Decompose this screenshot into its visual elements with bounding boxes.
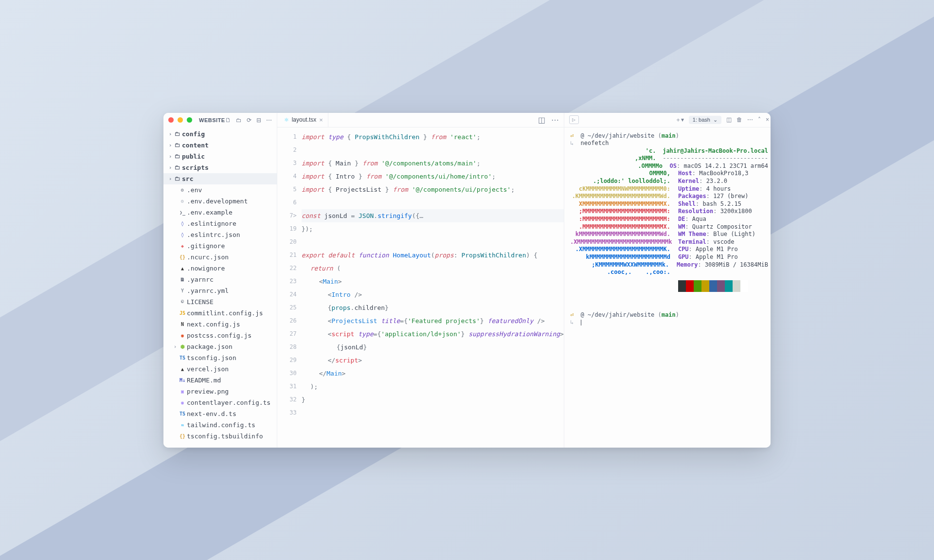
tab-layout-tsx[interactable]: ⚛ layout.tsx ×: [279, 113, 328, 127]
terminal-panel: ▷ ＋▾ 1: bash⌄ ◫ 🗑 ⋯ ˄ × ⏎ @ ~/dev/jahir/…: [564, 113, 771, 448]
code-line[interactable]: return (: [302, 262, 564, 275]
folder-content[interactable]: ›content: [163, 140, 277, 151]
code-line[interactable]: import { ProjectsList } from '@/componen…: [302, 183, 564, 196]
line-number: 26: [277, 314, 297, 327]
file-LICENSE[interactable]: ©LICENSE: [163, 296, 277, 307]
line-number: 3: [277, 157, 297, 170]
file-tree[interactable]: ›config›content›public›scripts›src⚙.env⚙…: [163, 127, 277, 448]
code-editor[interactable]: import type { PropsWithChildren } from '…: [302, 127, 564, 448]
file-icon: ▲: [178, 266, 187, 271]
cursor: [581, 320, 581, 325]
file-vercel.json[interactable]: ▲vercel.json: [163, 363, 277, 375]
terminal-more-icon[interactable]: ⋯: [747, 116, 753, 123]
code-line[interactable]: import { Intro } from '@/components/ui/h…: [302, 170, 564, 183]
file-README.md[interactable]: M↓README.md: [163, 375, 277, 386]
terminal-output[interactable]: ⏎ @ ~/dev/jahir/website (main)↳ neofetch…: [564, 127, 771, 448]
folder-src[interactable]: ›src: [163, 173, 277, 184]
kill-terminal-icon[interactable]: 🗑: [736, 116, 742, 123]
code-line[interactable]: [302, 406, 564, 419]
file-.ncurc.json[interactable]: {}.ncurc.json: [163, 252, 277, 263]
close-panel-icon[interactable]: ×: [766, 116, 769, 123]
file-label: next-env.d.ts: [187, 410, 236, 417]
tab-label: layout.tsx: [292, 116, 317, 123]
code-line[interactable]: </Main>: [302, 367, 564, 380]
line-number: 1: [277, 130, 297, 144]
file-tailwind.config.ts[interactable]: ≈tailwind.config.ts: [163, 419, 277, 431]
file-contentlayer.config.ts[interactable]: ◉contentlayer.config.ts: [163, 397, 277, 408]
code-line[interactable]: export default function HomeLayout(props…: [302, 249, 564, 262]
file-preview.png[interactable]: ▣preview.png: [163, 386, 277, 397]
line-number: 31: [277, 380, 297, 393]
code-line[interactable]: [302, 235, 564, 249]
terminal-selector[interactable]: 1: bash⌄: [689, 116, 721, 124]
file-.env[interactable]: ⚙.env: [163, 184, 277, 196]
code-line[interactable]: </script>: [302, 354, 564, 367]
file-.yarnrc[interactable]: 🗎.yarnrc: [163, 274, 277, 285]
file-tsconfig.tsbuildinfo[interactable]: {}tsconfig.tsbuildinfo: [163, 431, 277, 442]
maximize-panel-icon[interactable]: ˄: [758, 116, 761, 123]
new-file-icon[interactable]: 🗋: [225, 117, 231, 124]
file-postcss.config.js[interactable]: ◉postcss.config.js: [163, 330, 277, 341]
split-terminal-icon[interactable]: ◫: [726, 116, 732, 123]
file-.eslintrc.json[interactable]: ◊.eslintrc.json: [163, 229, 277, 240]
code-line[interactable]: <Intro />: [302, 288, 564, 301]
code-line[interactable]: );: [302, 380, 564, 393]
code-line[interactable]: [302, 196, 564, 209]
code-line[interactable]: {jsonLd}: [302, 341, 564, 354]
maximize-window-button[interactable]: [187, 117, 192, 123]
file-label: README.md: [187, 377, 221, 384]
code-line[interactable]: const jsonLd = JSON.stringify({…: [302, 209, 564, 222]
vscode-window: WEBSITE 🗋 🗀 ⟳ ⊟ ⋯ ›config›content›public…: [163, 113, 771, 448]
file-icon: {}: [178, 434, 187, 439]
file-package.json[interactable]: ›⬢package.json: [163, 341, 277, 352]
line-number: 29: [277, 354, 297, 367]
line-gutter[interactable]: 1234567>192021222324252627282930313233: [277, 127, 302, 448]
file-icon: M↓: [178, 378, 187, 383]
line-number: 27: [277, 327, 297, 341]
file-.nowignore[interactable]: ▲.nowignore: [163, 263, 277, 274]
close-window-button[interactable]: [168, 117, 174, 123]
new-folder-icon[interactable]: 🗀: [236, 117, 242, 124]
folder-label: content: [182, 142, 209, 149]
file-.gitignore[interactable]: ◈.gitignore: [163, 240, 277, 252]
close-tab-icon[interactable]: ×: [319, 116, 323, 124]
line-number: 21: [277, 249, 297, 262]
file-tsconfig.json[interactable]: TStsconfig.json: [163, 352, 277, 363]
file-icon: {}: [178, 254, 187, 260]
terminal-launch-icon[interactable]: ▷: [569, 115, 579, 124]
new-terminal-icon[interactable]: ＋▾: [675, 116, 684, 124]
code-line[interactable]: <script type={'application/ld+json'} sup…: [302, 327, 564, 341]
file-next-env.d.ts[interactable]: TSnext-env.d.ts: [163, 408, 277, 419]
code-line[interactable]: }: [302, 393, 564, 406]
line-number: 7>: [277, 209, 297, 222]
file-.env.example[interactable]: ❯_.env.example: [163, 207, 277, 218]
code-line[interactable]: });: [302, 222, 564, 235]
code-line[interactable]: {props.children}: [302, 301, 564, 314]
file-next.config.js[interactable]: Nnext.config.js: [163, 319, 277, 330]
split-editor-icon[interactable]: ◫: [538, 115, 545, 125]
code-line[interactable]: import { Main } from '@/components/atoms…: [302, 157, 564, 170]
code-line[interactable]: [302, 144, 564, 157]
file-.yarnrc.yml[interactable]: Y.yarnrc.yml: [163, 285, 277, 296]
prompt-icon: ⏎: [570, 311, 574, 318]
code-line[interactable]: <Main>: [302, 275, 564, 288]
file-commitlint.config.js[interactable]: JScommitlint.config.js: [163, 307, 277, 319]
folder-scripts[interactable]: ›scripts: [163, 162, 277, 173]
file-.eslintignore[interactable]: ◊.eslintignore: [163, 218, 277, 229]
refresh-icon[interactable]: ⟳: [247, 117, 251, 124]
editor-more-icon[interactable]: ⋯: [551, 115, 559, 125]
tab-bar: ⚛ layout.tsx × ◫ ⋯: [277, 113, 564, 127]
folder-public[interactable]: ›public: [163, 151, 277, 162]
minimize-window-button[interactable]: [178, 117, 183, 123]
line-number: 23: [277, 275, 297, 288]
line-number: 24: [277, 288, 297, 301]
code-line[interactable]: import type { PropsWithChildren } from '…: [302, 130, 564, 144]
line-number: 4: [277, 170, 297, 183]
collapse-icon[interactable]: ⊟: [256, 117, 261, 124]
file-icon: Y: [178, 288, 187, 293]
file-label: .env.example: [187, 209, 233, 216]
file-.env.development[interactable]: ⚙.env.development: [163, 196, 277, 207]
folder-config[interactable]: ›config: [163, 128, 277, 140]
more-icon[interactable]: ⋯: [266, 117, 272, 124]
code-line[interactable]: <ProjectsList title={'Featured projects'…: [302, 314, 564, 327]
